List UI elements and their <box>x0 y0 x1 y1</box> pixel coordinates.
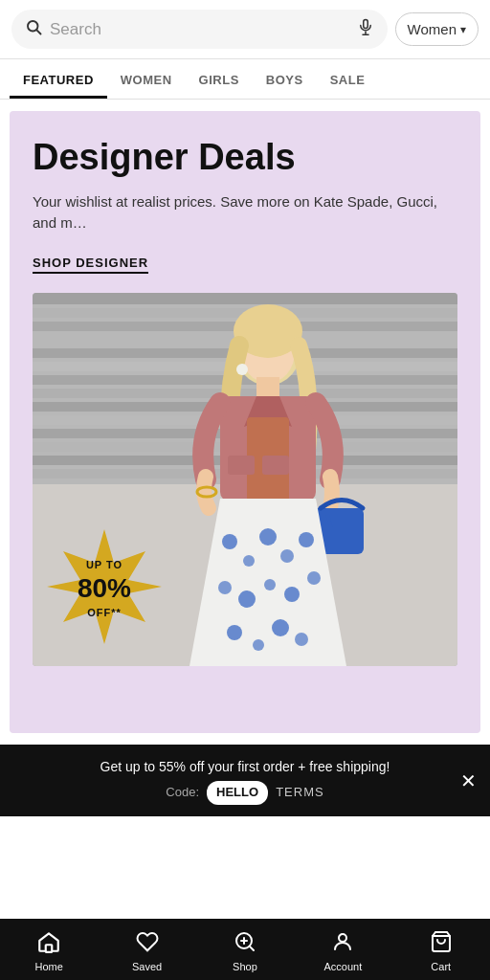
svg-line-53 <box>250 947 254 950</box>
nav-item-saved[interactable]: Saved <box>119 930 176 972</box>
nav-label-shop: Shop <box>233 961 257 972</box>
svg-rect-28 <box>262 456 289 475</box>
nav-label-saved: Saved <box>132 961 162 972</box>
svg-rect-6 <box>33 293 457 304</box>
search-bar[interactable]: Search <box>11 10 388 49</box>
tab-girls[interactable]: GIRLS <box>186 59 253 99</box>
hero-image: UP TO 80% OFF** <box>33 293 457 666</box>
shop-search-icon <box>233 930 257 957</box>
svg-point-41 <box>307 571 321 585</box>
hero-banner: Designer Deals Your wishlist at realist … <box>10 111 480 733</box>
svg-rect-51 <box>46 945 53 952</box>
nav-item-cart[interactable]: Cart <box>412 930 470 972</box>
svg-point-39 <box>264 579 276 590</box>
promo-code-badge[interactable]: HELLO <box>207 781 268 805</box>
svg-point-38 <box>238 590 256 608</box>
svg-point-34 <box>259 528 277 546</box>
tab-women[interactable]: WOMEN <box>107 59 186 99</box>
search-icon <box>25 18 42 40</box>
nav-item-account[interactable]: Account <box>314 930 371 972</box>
chevron-down-icon: ▾ <box>460 23 466 36</box>
svg-point-33 <box>243 555 255 567</box>
svg-point-44 <box>272 619 289 636</box>
svg-point-36 <box>299 532 314 547</box>
search-placeholder: Search <box>50 20 349 39</box>
promo-text: Get up to 55% off your first order + fre… <box>38 756 452 777</box>
heart-icon <box>135 930 160 957</box>
category-dropdown[interactable]: Women ▾ <box>395 12 479 46</box>
svg-point-37 <box>218 581 232 594</box>
promo-close-button[interactable]: ✕ <box>460 766 477 796</box>
nav-tabs: FEATURED WOMEN GIRLS BOYS SALE <box>0 59 490 100</box>
promo-terms[interactable]: TERMS <box>276 783 324 803</box>
tab-featured[interactable]: FEATURED <box>10 59 107 99</box>
nav-item-home[interactable]: Home <box>20 930 78 972</box>
svg-rect-24 <box>256 377 279 398</box>
category-label: Women <box>408 21 457 37</box>
hero-subtitle: Your wishlist at realist prices. Save mo… <box>33 191 457 234</box>
promo-bar: Get up to 55% off your first order + fre… <box>0 745 490 816</box>
svg-point-42 <box>227 625 242 640</box>
promo-code-row: Code: HELLO TERMS <box>38 781 452 805</box>
svg-point-43 <box>253 639 264 651</box>
home-icon <box>36 930 61 957</box>
nav-item-shop[interactable]: Shop <box>216 930 274 972</box>
shop-designer-button[interactable]: SHOP DESIGNER <box>33 256 148 274</box>
nav-label-home: Home <box>35 961 63 972</box>
hero-title: Designer Deals <box>33 138 457 178</box>
tab-sale[interactable]: SALE <box>317 59 379 99</box>
cart-icon <box>429 930 454 957</box>
discount-badge: UP TO 80% OFF** <box>42 524 167 649</box>
svg-point-40 <box>284 587 300 602</box>
nav-label-cart: Cart <box>431 961 451 972</box>
header: Search Women ▾ <box>0 0 490 59</box>
nav-label-account: Account <box>323 961 362 972</box>
microphone-icon[interactable] <box>357 17 374 41</box>
svg-rect-12 <box>33 375 457 385</box>
promo-code-label: Code: <box>166 783 199 803</box>
account-icon <box>330 930 355 957</box>
svg-point-35 <box>280 549 294 563</box>
svg-line-1 <box>36 30 40 33</box>
bottom-nav: Home Saved Shop Account <box>0 919 490 980</box>
svg-point-46 <box>236 364 248 375</box>
svg-text:UP TO: UP TO <box>86 559 122 570</box>
svg-point-45 <box>295 633 308 646</box>
svg-point-56 <box>339 934 346 942</box>
svg-text:OFF**: OFF** <box>87 607 122 618</box>
svg-text:80%: 80% <box>78 573 131 603</box>
svg-rect-2 <box>363 20 368 29</box>
tab-boys[interactable]: BOYS <box>253 59 317 99</box>
svg-point-32 <box>222 534 237 549</box>
svg-rect-27 <box>228 456 255 475</box>
